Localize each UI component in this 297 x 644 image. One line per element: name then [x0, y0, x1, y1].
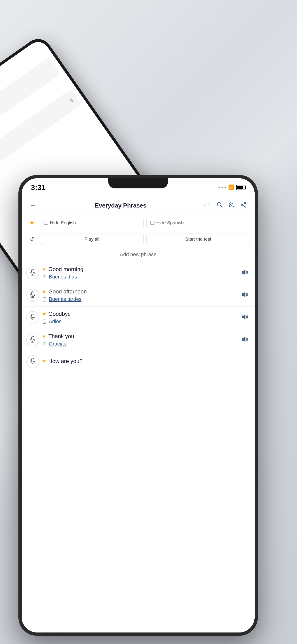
phrase-content: ★ How are you? [42, 358, 250, 366]
phrase-english-text: Good afternoon [48, 288, 87, 295]
action-buttons-group: Play all Start the test [40, 234, 250, 245]
mic-icon [30, 314, 36, 322]
mic-button[interactable] [26, 289, 39, 302]
speaker-icon [241, 314, 248, 322]
add-phrase-row[interactable]: Add new phrase [22, 247, 255, 262]
back-arrow-icon: ← [30, 202, 36, 209]
refresh-icon: ↺ [29, 236, 34, 243]
phrase-content: ★ Thank you 📋 Gracias [42, 333, 236, 347]
svg-text:A: A [204, 203, 206, 206]
phrase-star-icon: ★ [42, 333, 46, 339]
hide-english-checkbox[interactable] [44, 221, 48, 225]
play-all-button[interactable]: Play all [40, 234, 144, 245]
svg-line-9 [231, 206, 234, 207]
favorites-button[interactable]: ★ [26, 217, 37, 228]
phrase-english-text: Goodbye [48, 311, 71, 317]
mic-button[interactable] [26, 356, 39, 368]
scissors-button[interactable] [227, 201, 236, 210]
phrase-english-text: How are you? [48, 358, 82, 364]
search-icon [217, 202, 223, 209]
svg-rect-19 [32, 292, 34, 295]
svg-point-10 [244, 202, 246, 204]
phrase-item: ★ Good afternoon 📋 Buenas tardes [22, 284, 255, 306]
star-icon: ★ [29, 219, 35, 227]
phrase-item: ★ Good morning 📋 Buenos días [22, 262, 255, 284]
hide-spanish-option[interactable]: Hide Spanish [146, 218, 250, 228]
phrase-spanish-text[interactable]: Buenas tardes [49, 296, 82, 302]
toolbar-row-1: ★ Hide English Hide Spanish [22, 214, 255, 231]
copy-icon: 📋 [42, 341, 47, 346]
speaker-icon [241, 269, 248, 277]
mic-icon [30, 336, 36, 344]
svg-rect-15 [32, 269, 34, 273]
copy-icon: 📋 [42, 274, 47, 280]
svg-marker-18 [242, 270, 246, 275]
phrase-star-icon: ★ [42, 288, 46, 294]
phrase-star-icon: ★ [42, 358, 46, 364]
mic-button[interactable] [26, 334, 39, 346]
hide-english-label: Hide English [50, 220, 76, 226]
status-icons: 📶 [218, 184, 246, 190]
signal-dots [218, 186, 226, 188]
speaker-icon [241, 336, 248, 344]
phrase-star-icon: ★ [42, 266, 46, 272]
hide-spanish-checkbox[interactable] [150, 221, 154, 225]
svg-line-14 [243, 205, 244, 206]
copy-icon: 📋 [42, 297, 47, 302]
scissors-icon [228, 202, 234, 209]
mic-icon [30, 358, 36, 366]
phrase-english-text: Good morning [48, 266, 83, 272]
phrase-spanish-text[interactable]: Buenos días [49, 274, 77, 280]
svg-marker-22 [242, 292, 246, 297]
sound-button[interactable] [239, 290, 250, 301]
svg-point-12 [241, 204, 243, 206]
mic-button[interactable] [26, 266, 39, 280]
nav-actions: A A [203, 201, 248, 210]
phrase-content: ★ Good morning 📋 Buenos días [42, 266, 236, 280]
translate-button[interactable]: A A [203, 201, 212, 210]
phrase-english-text: Thank you [48, 333, 74, 340]
wifi-icon: 📶 [228, 184, 234, 190]
hide-spanish-label: Hide Spanish [156, 220, 184, 226]
sound-button[interactable] [239, 312, 250, 323]
hide-english-option[interactable]: Hide English [40, 218, 144, 228]
phrase-content: ★ Goodbye 📋 Adiós [42, 311, 236, 324]
phrase-content: ★ Good afternoon 📋 Buenas tardes [42, 288, 236, 302]
phrase-spanish-text[interactable]: Gracias [49, 341, 66, 347]
phrase-item: ★ Goodbye 📋 Adiós [22, 306, 255, 329]
back-button[interactable]: ← [28, 200, 38, 210]
sound-button[interactable] [239, 334, 250, 346]
phone-main: 3:31 📶 ← Everyday Phrases [18, 175, 258, 636]
mic-icon [30, 269, 36, 277]
phrase-list: ★ Good morning 📋 Buenos días [22, 262, 255, 370]
phrase-item: ★ Thank you 📋 Gracias [22, 329, 255, 351]
start-test-button[interactable]: Start the test [146, 234, 250, 245]
nav-bar: ← Everyday Phrases A A [22, 197, 255, 214]
search-button[interactable] [215, 201, 224, 210]
visibility-options: Hide English Hide Spanish [40, 218, 250, 228]
svg-line-8 [231, 203, 234, 204]
svg-rect-23 [32, 314, 34, 318]
mic-button[interactable] [26, 311, 39, 324]
mic-icon [30, 291, 36, 299]
svg-marker-30 [242, 336, 246, 342]
refresh-button[interactable]: ↺ [26, 234, 37, 245]
toolbar-row-2: ↺ Play all Start the test [22, 231, 255, 247]
phrase-item: ★ How are you? [22, 351, 255, 370]
share-button[interactable] [239, 201, 248, 210]
nav-title: Everyday Phrases [38, 202, 203, 209]
battery-icon [236, 185, 246, 190]
svg-marker-26 [242, 314, 246, 320]
svg-line-5 [220, 206, 222, 207]
status-bar: 3:31 📶 [22, 178, 255, 197]
phrase-star-icon: ★ [42, 311, 46, 317]
status-time: 3:31 [31, 183, 46, 192]
phrase-spanish-text[interactable]: Adiós [49, 318, 62, 324]
speaker-icon [241, 291, 248, 300]
notch [108, 178, 168, 188]
sound-button[interactable] [239, 268, 250, 278]
share-icon [240, 202, 246, 209]
svg-point-11 [244, 206, 246, 207]
add-phrase-label: Add new phrase [120, 252, 156, 257]
svg-rect-31 [32, 358, 34, 362]
